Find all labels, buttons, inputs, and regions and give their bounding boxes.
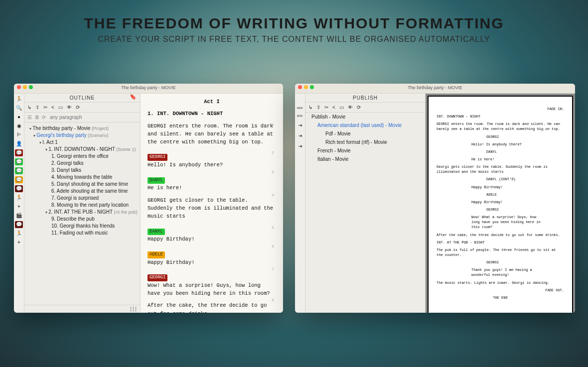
character-tag[interactable]: GEORGI — [147, 154, 167, 161]
toolbar-icon-5[interactable]: 👁 — [67, 105, 72, 110]
dot-icon[interactable]: ● — [15, 114, 23, 121]
outline-search-input[interactable] — [49, 114, 137, 121]
outline-row[interactable]: 7. Georgi is surprised — [24, 194, 138, 201]
publish-item[interactable]: Publish - Movie — [311, 114, 345, 120]
outline-row[interactable]: The birthday party - Movie (Project) — [24, 124, 138, 131]
outline-row[interactable]: 9. Describe the pub — [24, 215, 138, 222]
toolbar-icon-2[interactable]: ✂ — [43, 105, 47, 110]
export-icon[interactable]: ⇥ — [298, 122, 302, 128]
person-icon[interactable]: 👤 — [15, 140, 23, 147]
script-editor[interactable]: Act I1. INT. DOWNTOWN - NIGHT1GEORGI ent… — [141, 94, 283, 313]
bookmark-icon[interactable]: 🔖 — [130, 94, 137, 100]
traffic-lights[interactable] — [298, 85, 314, 89]
outline-row[interactable]: Georgi's birthday party (Scenario) — [24, 131, 138, 138]
dialogue-darkred2-icon[interactable]: 💬 — [15, 221, 23, 228]
toolbar-icon-0[interactable]: ↳ — [308, 105, 312, 110]
maximize-icon[interactable] — [310, 85, 314, 89]
toolbar-icon-4[interactable]: ▭ — [339, 105, 344, 110]
export3-icon[interactable]: ⇥ — [298, 143, 302, 149]
dialogue-line[interactable]: Wow! What a surprise! Guys, how long hav… — [147, 281, 276, 298]
target-icon[interactable]: ◉ — [15, 122, 23, 129]
character-tag[interactable]: ADELE — [147, 251, 165, 258]
minimize-icon[interactable] — [304, 85, 308, 89]
publish-row[interactable]: Pdf - Movie — [305, 129, 425, 138]
outline-row[interactable]: 2. INT. AT THE PUB - NIGHT (At the pub) — [24, 208, 138, 215]
outline-item[interactable]: 11. Fading out with music — [51, 230, 108, 236]
toolbar-icon-6[interactable]: ⟳ — [76, 105, 80, 110]
add2-icon[interactable]: + — [15, 239, 23, 246]
outline-row[interactable]: 6. Adele shouting at the same time — [24, 187, 138, 194]
outline-item[interactable]: 9. Describe the pub — [51, 216, 95, 222]
outline-row[interactable]: 5. Danyl shouting at the same time — [24, 180, 138, 187]
window-titlebar-left[interactable]: The birthday party - MOVIE — [14, 84, 283, 94]
publish-row[interactable]: American standard (last used) - Movie — [305, 121, 425, 129]
outline-row[interactable]: 4. Moving towards the table — [24, 173, 138, 180]
toolbar-icon-2[interactable]: ✂ — [324, 105, 328, 110]
pdf-icon[interactable]: PDF — [297, 107, 303, 110]
toolbar-icon-3[interactable]: < — [332, 105, 335, 110]
publish-row[interactable]: Rich text format (rtf) - Movie — [305, 138, 425, 146]
action-icon[interactable]: 🏃 — [15, 194, 23, 201]
traffic-lights[interactable] — [17, 85, 33, 89]
toolbar-icon-6[interactable]: ⟳ — [357, 105, 361, 110]
add-icon[interactable]: + — [15, 203, 23, 210]
outline-item[interactable]: 4. Moving towards the table — [51, 174, 112, 180]
dialogue-darkred-icon[interactable]: 💬 — [15, 185, 23, 192]
outline-item[interactable]: 1. Georgi enters the office — [51, 153, 109, 159]
outline-item[interactable]: 6. Adele shouting at the same time — [51, 188, 128, 194]
outline-row[interactable]: I. Act 1 — [24, 138, 138, 145]
outline-row[interactable]: 10. Georgi thanks his friends — [24, 222, 138, 229]
action-line[interactable]: After the cake, the three decide to go o… — [147, 301, 276, 313]
dialogue-green-icon[interactable]: 💬 — [15, 158, 23, 165]
action2-icon[interactable]: 🏃 — [15, 230, 23, 237]
action-line[interactable]: GEORGI gets closer to the table. Suddenl… — [147, 196, 276, 221]
rtf-icon[interactable]: RTF — [297, 115, 303, 118]
outline-item[interactable]: 2. INT. AT THE PUB - NIGHT — [48, 209, 113, 215]
publish-item[interactable]: French - Movie — [317, 148, 351, 153]
publish-row[interactable]: French - Movie — [305, 146, 425, 155]
outline-item[interactable]: 3. Danyl talks — [51, 167, 81, 173]
dialogue-line[interactable]: Happy Birthday! — [147, 258, 276, 266]
outline-item[interactable]: 1. INT. DOWNTOWN - NIGHT — [48, 146, 115, 152]
minimize-icon[interactable] — [23, 85, 27, 89]
toolbar-icon-5[interactable]: 👁 — [348, 105, 353, 110]
toolbar-icon-1[interactable]: ⇪ — [316, 105, 320, 110]
editor-body[interactable]: Act I1. INT. DOWNTOWN - NIGHT1GEORGI ent… — [141, 94, 283, 313]
outline-item[interactable]: 10. Georgi thanks his friends — [51, 223, 115, 229]
outline-item[interactable]: The birthday party - Movie — [32, 125, 90, 131]
outline-item[interactable]: 5. Danyl shouting at the same time — [51, 181, 128, 187]
scene-heading[interactable]: 1. INT. DOWNTOWN - NIGHT — [147, 110, 276, 118]
align-icon[interactable]: ≣ — [35, 115, 39, 120]
outline-row[interactable]: 2. Georgi talks — [24, 159, 138, 166]
character-tag[interactable]: GEORGI — [147, 274, 167, 281]
maximize-icon[interactable] — [29, 85, 33, 89]
dialogue-green2-icon[interactable]: 💬 — [15, 167, 23, 174]
window-titlebar-right[interactable]: The birthday party - MOVIE — [295, 84, 575, 94]
publish-item[interactable]: Italian - Movie — [317, 156, 348, 162]
publish-item[interactable]: Rich text format (rtf) - Movie — [325, 139, 387, 145]
dialogue-red-icon[interactable]: 💬 — [15, 149, 23, 156]
character-tag[interactable]: DANYL — [147, 177, 165, 184]
dialogue-line[interactable]: He is here! — [147, 184, 276, 192]
character-tag[interactable]: DANYL — [147, 229, 165, 236]
outline-item[interactable]: I. Act 1 — [42, 139, 58, 145]
flag-icon[interactable]: 🏳 — [15, 131, 23, 138]
toolbar-icon-3[interactable]: < — [51, 105, 54, 110]
refresh-icon[interactable]: ⟳ — [42, 115, 46, 120]
outline-tree[interactable]: The birthday party - Movie (Project)Geor… — [24, 122, 140, 305]
publish-item[interactable]: Pdf - Movie — [325, 131, 351, 136]
toolbar-icon-0[interactable]: ↳ — [27, 105, 31, 110]
export2-icon[interactable]: ⇥ — [298, 133, 302, 138]
toolbar-icon-4[interactable]: ▭ — [58, 105, 63, 110]
outline-item[interactable]: 7. Georgi is surprised — [51, 195, 99, 201]
outline-row[interactable]: 1. INT. DOWNTOWN - NIGHT (Scene 1) — [24, 145, 138, 152]
outline-row[interactable]: 1. Georgi enters the office — [24, 152, 138, 159]
close-icon[interactable] — [298, 85, 302, 89]
publish-row[interactable]: Publish - Movie — [305, 113, 425, 121]
outline-footer[interactable]: ┆┆┆ — [24, 305, 140, 313]
dialogue-orange-icon[interactable]: 💬 — [15, 176, 23, 183]
dialogue-line[interactable]: Happy Birthday! — [147, 235, 276, 243]
scene-icon[interactable]: 🎬 — [15, 212, 23, 219]
outline-item[interactable]: Georgi's birthday party — [36, 132, 86, 138]
action-line[interactable]: GEORGI enters the room. The room is dark… — [147, 122, 276, 146]
